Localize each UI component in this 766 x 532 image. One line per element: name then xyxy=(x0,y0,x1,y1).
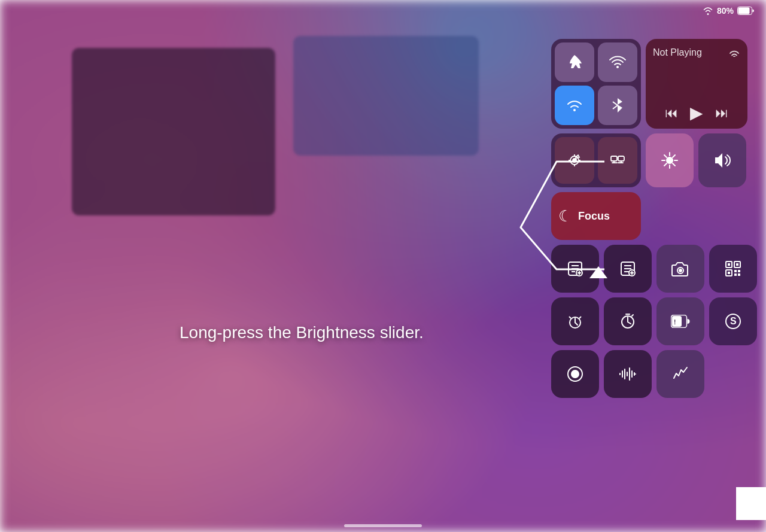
connectivity-block xyxy=(551,39,641,129)
svg-line-14 xyxy=(664,155,667,157)
svg-rect-1 xyxy=(738,8,750,14)
voice-memos-button[interactable] xyxy=(604,350,652,398)
battery-icon xyxy=(737,7,754,15)
svg-rect-34 xyxy=(736,263,738,266)
svg-line-17 xyxy=(664,163,667,166)
svg-rect-36 xyxy=(728,272,730,274)
control-center: Not Playing ⏮ ▶ ⏭ xyxy=(551,39,757,398)
focus-row-spacer xyxy=(646,192,747,240)
svg-point-30 xyxy=(679,269,682,272)
row3-spacer xyxy=(709,350,757,398)
cc-top-row: Not Playing ⏮ ▶ ⏭ xyxy=(551,39,757,129)
battery-percent: 80% xyxy=(717,6,734,16)
svg-rect-54 xyxy=(629,367,630,381)
airplane-mode-button[interactable] xyxy=(555,42,594,82)
fast-forward-button[interactable]: ⏭ xyxy=(715,105,728,121)
svg-rect-39 xyxy=(734,273,737,276)
cc-second-row xyxy=(551,133,757,187)
svg-point-2 xyxy=(616,66,619,68)
svg-rect-32 xyxy=(728,263,730,266)
rewind-button[interactable]: ⏮ xyxy=(665,105,678,121)
focus-label: Focus xyxy=(578,210,610,223)
sticky-notes-button[interactable] xyxy=(551,245,599,293)
svg-rect-57 xyxy=(635,373,636,375)
brightness-icon xyxy=(660,151,679,170)
bg-patch-1 xyxy=(72,48,275,215)
svg-rect-53 xyxy=(627,372,628,376)
timer-button[interactable] xyxy=(604,297,652,345)
svg-rect-8 xyxy=(618,156,624,161)
airplay-icon[interactable] xyxy=(728,45,740,60)
moon-icon: ☾ xyxy=(558,207,572,226)
hotspot-button[interactable] xyxy=(598,42,637,82)
media-controls: ⏮ ▶ ⏭ xyxy=(653,103,740,123)
svg-point-9 xyxy=(667,157,673,163)
orient-block xyxy=(551,133,641,187)
status-bar: 80% xyxy=(703,6,754,16)
svg-rect-51 xyxy=(622,370,623,378)
icon-row-3 xyxy=(551,350,757,398)
svg-line-16 xyxy=(673,155,675,157)
svg-rect-7 xyxy=(611,156,617,161)
bg-patch-2 xyxy=(293,36,479,156)
instruction-text: Long-press the Brightness slider. xyxy=(180,323,424,342)
now-playing-title: Not Playing xyxy=(653,47,702,58)
focus-button[interactable]: ☾ Focus xyxy=(551,192,641,240)
svg-text:!: ! xyxy=(674,319,676,326)
svg-rect-38 xyxy=(738,270,740,272)
white-square xyxy=(736,487,766,520)
shazam-button[interactable]: S xyxy=(709,297,757,345)
bluetooth-button[interactable] xyxy=(598,86,637,125)
wifi-button[interactable] xyxy=(555,86,594,125)
stocks-button[interactable] xyxy=(656,350,704,398)
qr-code-button[interactable] xyxy=(709,245,757,293)
svg-rect-40 xyxy=(738,273,740,276)
orientation-lock-button[interactable] xyxy=(555,137,594,184)
brightness-slider[interactable] xyxy=(646,133,694,187)
svg-line-15 xyxy=(673,163,675,166)
svg-text:S: S xyxy=(730,316,737,326)
svg-rect-50 xyxy=(619,373,621,375)
screen-mirroring-button[interactable] xyxy=(598,137,637,184)
now-playing-block: Not Playing ⏮ ▶ ⏭ xyxy=(646,39,747,129)
svg-point-49 xyxy=(572,370,579,378)
quick-note-button[interactable] xyxy=(604,245,652,293)
svg-rect-56 xyxy=(634,372,635,376)
volume-icon xyxy=(713,151,732,170)
now-playing-header: Not Playing xyxy=(653,45,740,60)
svg-point-5 xyxy=(734,57,735,57)
play-button[interactable]: ▶ xyxy=(690,103,703,123)
camera-button[interactable] xyxy=(656,245,704,293)
wifi-status-icon xyxy=(703,7,713,15)
svg-rect-52 xyxy=(624,369,625,379)
svg-point-3 xyxy=(573,109,576,111)
home-indicator xyxy=(344,524,422,527)
icon-row-1 xyxy=(551,245,757,293)
screen-record-button[interactable] xyxy=(551,350,599,398)
svg-rect-37 xyxy=(734,270,737,272)
icon-row-2: ! S xyxy=(551,297,757,345)
alarm-button[interactable] xyxy=(551,297,599,345)
volume-slider[interactable] xyxy=(698,133,746,187)
cc-focus-row: ☾ Focus xyxy=(551,192,757,240)
low-power-button[interactable]: ! xyxy=(656,297,704,345)
svg-rect-55 xyxy=(631,370,633,378)
